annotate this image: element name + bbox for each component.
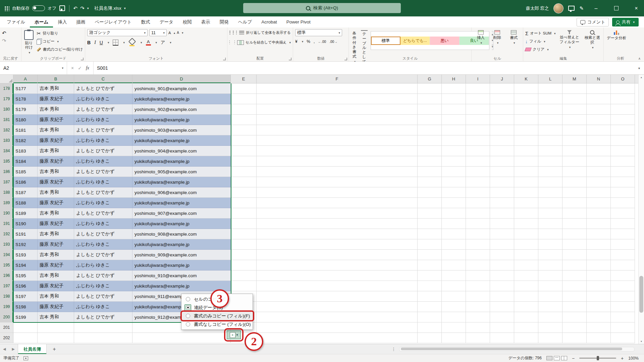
sheet-nav-right-icon[interactable]: ▶ [9, 347, 17, 351]
cell[interactable] [514, 115, 538, 125]
row-header-200[interactable]: 200 [0, 312, 13, 322]
cell[interactable]: yukikofujiwara@example.jp [132, 219, 231, 229]
collapse-ribbon-icon[interactable]: ∧ [638, 57, 641, 60]
cell[interactable]: S199 [13, 312, 38, 322]
cell[interactable] [538, 198, 562, 208]
zoom-in-button[interactable]: + [621, 356, 624, 361]
column-header-K[interactable]: K [514, 75, 538, 83]
sheet-menu-icon[interactable]: ⋮ [388, 347, 399, 352]
cell[interactable] [466, 260, 490, 270]
cell[interactable]: yukikofujiwara@example.jp [132, 198, 231, 208]
cell[interactable]: S190 [13, 219, 38, 229]
cell[interactable]: 吉本 秀和 [38, 83, 74, 94]
cell[interactable]: yoshimoto_907@example.com [132, 208, 231, 219]
share-button[interactable]: 共有 ▾ [612, 18, 639, 26]
cell[interactable] [418, 83, 442, 94]
redo-button[interactable]: ↷ [2, 38, 6, 43]
cell[interactable]: よしもと ひでかず [74, 250, 132, 260]
cell[interactable] [257, 146, 418, 156]
cell[interactable] [466, 83, 490, 94]
row-header-192[interactable]: 192 [0, 229, 13, 239]
horizontal-scrollbar[interactable] [399, 347, 635, 352]
cell[interactable]: S184 [13, 156, 38, 167]
cell[interactable] [418, 250, 442, 260]
cell[interactable] [562, 177, 587, 187]
cell[interactable]: 藤原 友紀子 [38, 302, 74, 312]
cell[interactable] [257, 208, 418, 219]
cell[interactable] [587, 208, 611, 219]
cell[interactable] [514, 239, 538, 250]
auto-fill-options-button[interactable]: + ▾ [227, 330, 241, 339]
insert-cells-button[interactable]: 挿入▾ [474, 29, 488, 56]
cell[interactable] [231, 260, 257, 270]
cell[interactable] [538, 260, 562, 270]
ribbon-tab-13[interactable]: Power Pivot [282, 16, 315, 27]
vertical-scrollbar-thumb[interactable] [639, 276, 643, 313]
cell[interactable] [514, 167, 538, 177]
row-header-181[interactable]: 181 [0, 115, 13, 125]
sheet-nav-left-icon[interactable]: ◀ [0, 347, 9, 351]
cell[interactable] [587, 291, 611, 302]
cell[interactable] [514, 198, 538, 208]
cell[interactable]: yukikofujiwara@example.jp [132, 115, 231, 125]
cell[interactable] [538, 167, 562, 177]
cell[interactable]: 藤原 友紀子 [38, 239, 74, 250]
cell[interactable] [418, 187, 442, 198]
cell[interactable] [562, 198, 587, 208]
cell[interactable] [231, 239, 257, 250]
cell[interactable] [74, 322, 132, 333]
cell[interactable] [231, 156, 257, 167]
cell[interactable] [466, 115, 490, 125]
cell[interactable] [587, 83, 611, 94]
cell[interactable] [538, 312, 562, 322]
cell[interactable] [490, 291, 514, 302]
page-break-view-icon[interactable] [561, 356, 567, 360]
cell[interactable]: yoshimoto_901@example.com [132, 83, 231, 94]
cell[interactable] [231, 208, 257, 219]
cell[interactable] [514, 270, 538, 281]
cell[interactable] [514, 104, 538, 115]
cell[interactable] [514, 281, 538, 291]
cell[interactable] [231, 115, 257, 125]
row-header-180[interactable]: 180 [0, 104, 13, 115]
cell[interactable] [562, 281, 587, 291]
cell[interactable] [442, 250, 466, 260]
cell[interactable] [562, 187, 587, 198]
cell[interactable] [231, 281, 257, 291]
dialog-launcher-icon[interactable] [289, 58, 291, 60]
comments-button[interactable]: コメント [577, 18, 609, 26]
cell[interactable]: 藤原 友紀子 [38, 198, 74, 208]
fill-menu-item-4[interactable]: 書式なしコピー (フィル)(O) [182, 320, 252, 328]
cell[interactable] [442, 177, 466, 187]
cell[interactable] [562, 270, 587, 281]
currency-button[interactable]: ¥ [295, 39, 298, 44]
cell[interactable] [538, 229, 562, 239]
formula-input[interactable]: S001 [94, 65, 108, 71]
cell[interactable] [466, 208, 490, 219]
cell[interactable] [514, 333, 538, 343]
cell[interactable]: 藤原 友紀子 [38, 94, 74, 104]
cell[interactable] [490, 125, 514, 135]
cell[interactable] [538, 208, 562, 219]
cell[interactable]: S191 [13, 229, 38, 239]
cell[interactable] [611, 94, 635, 104]
cell[interactable] [587, 219, 611, 229]
conditional-formatting-button[interactable]: 条件付き書式 ▾ [351, 29, 358, 56]
ribbon-tab-12[interactable]: Acrobat [257, 16, 282, 27]
zoom-slider-thumb[interactable] [597, 356, 599, 360]
cell[interactable] [562, 229, 587, 239]
find-select-button[interactable]: 検索と選択 ▾ [583, 29, 601, 56]
cell[interactable] [514, 250, 538, 260]
pen-icon[interactable]: ✎ [579, 6, 584, 11]
cell[interactable] [442, 333, 466, 343]
ribbon-tab-7[interactable]: データ [155, 16, 178, 27]
cell[interactable] [562, 83, 587, 94]
cell[interactable] [490, 250, 514, 260]
cell[interactable] [490, 229, 514, 239]
cell[interactable]: S195 [13, 270, 38, 281]
cell[interactable]: ふじわら ゆきこ [74, 219, 132, 229]
paste-dropdown-icon[interactable]: ▾ [29, 51, 30, 55]
cell[interactable] [418, 125, 442, 135]
cell[interactable] [562, 125, 587, 135]
cell[interactable]: よしもと ひでかず [74, 312, 132, 322]
